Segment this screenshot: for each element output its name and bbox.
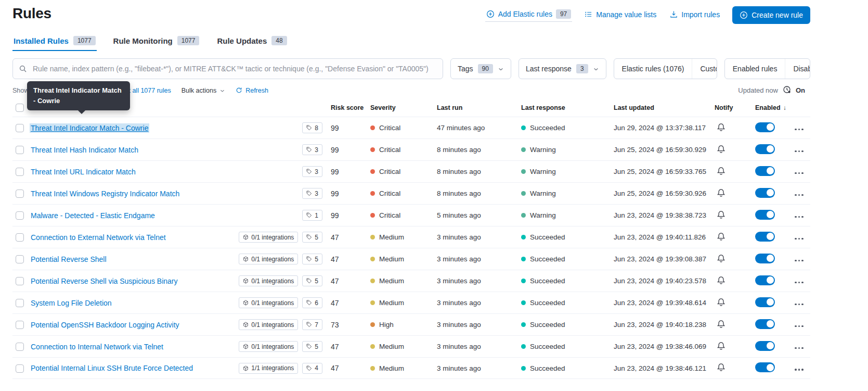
rule-name-link[interactable]: Potential OpenSSH Backdoor Logging Activ… [30, 320, 180, 330]
notify-bell-icon[interactable] [717, 298, 726, 308]
tags-filter-button[interactable]: Tags 90 [450, 58, 511, 79]
notify-bell-icon[interactable] [717, 188, 726, 199]
tags-badge[interactable]: 3 [302, 188, 322, 199]
refresh-button[interactable]: Refresh [236, 87, 268, 94]
tags-badge[interactable]: 3 [302, 166, 322, 177]
tags-badge[interactable]: 8 [302, 122, 322, 133]
enabled-toggle[interactable] [755, 341, 775, 351]
row-checkbox[interactable] [16, 255, 24, 263]
rule-name-link[interactable]: Threat Intel URL Indicator Match [30, 167, 137, 176]
column-header-last-run[interactable]: Last run [437, 104, 521, 111]
row-actions-button[interactable] [793, 280, 806, 286]
notify-bell-icon[interactable] [717, 145, 726, 155]
rule-name-link[interactable]: Malware - Detected - Elastic Endgame [30, 211, 156, 220]
tags-badge[interactable]: 4 [302, 363, 322, 374]
rule-search-input[interactable] [32, 64, 437, 73]
row-actions-button[interactable] [793, 367, 806, 373]
column-header-last-updated[interactable]: Last updated [614, 104, 714, 111]
enabled-toggle[interactable] [755, 188, 775, 198]
row-checkbox[interactable] [16, 146, 24, 154]
integrations-badge[interactable]: 0/1 integrations [239, 297, 298, 308]
tags-badge[interactable]: 6 [302, 297, 322, 308]
row-checkbox[interactable] [16, 168, 24, 176]
integrations-badge[interactable]: 0/1 integrations [239, 254, 298, 264]
enabled-toggle[interactable] [755, 275, 775, 285]
row-actions-button[interactable] [793, 127, 806, 133]
tab-installed-rules[interactable]: Installed Rules 1077 [12, 32, 97, 51]
row-checkbox[interactable] [16, 190, 24, 198]
row-actions-button[interactable] [793, 345, 806, 351]
integrations-badge[interactable]: 0/1 integrations [239, 275, 298, 286]
enabled-toggle[interactable] [755, 166, 775, 176]
rule-name-link[interactable]: Potential Reverse Shell via Suspicious B… [30, 276, 178, 286]
column-header-risk-score[interactable]: Risk score [331, 104, 370, 111]
row-checkbox[interactable] [16, 343, 24, 351]
notify-bell-icon[interactable] [717, 320, 726, 330]
auto-refresh-button[interactable] [783, 85, 791, 95]
notify-bell-icon[interactable] [717, 276, 726, 286]
enabled-toggle[interactable] [755, 319, 775, 329]
rule-name-link[interactable]: Connection to Internal Network via Telne… [30, 342, 164, 351]
notify-bell-icon[interactable] [717, 210, 726, 221]
row-checkbox[interactable] [16, 211, 24, 220]
row-checkbox[interactable] [16, 364, 24, 373]
column-header-severity[interactable]: Severity [370, 104, 437, 111]
tags-badge[interactable]: 5 [302, 254, 322, 264]
rule-name-link[interactable]: Threat Intel Indicator Match - Cowrie [30, 123, 149, 133]
enabled-toggle[interactable] [755, 254, 775, 263]
notify-bell-icon[interactable] [717, 232, 726, 243]
enabled-toggle[interactable] [755, 122, 775, 132]
row-actions-button[interactable] [793, 323, 806, 330]
elastic-rules-filter-button[interactable]: Elastic rules (1076) [614, 59, 692, 79]
integrations-badge[interactable]: 0/1 integrations [239, 341, 298, 352]
select-all-checkbox[interactable] [16, 104, 24, 112]
tags-badge[interactable]: 5 [302, 232, 322, 243]
integrations-badge[interactable]: 0/1 integrations [239, 232, 298, 243]
add-elastic-rules-button[interactable]: Add Elastic rules 97 [485, 8, 573, 22]
manage-value-lists-button[interactable]: Manage value lists [584, 9, 657, 21]
rule-name-link[interactable]: Threat Intel Hash Indicator Match [30, 145, 139, 155]
bulk-actions-button[interactable]: Bulk actions [182, 87, 225, 94]
row-actions-button[interactable] [793, 148, 806, 155]
row-actions-button[interactable] [793, 258, 806, 264]
tab-rule-monitoring[interactable]: Rule Monitoring 1077 [112, 32, 201, 51]
tags-badge[interactable]: 5 [302, 341, 322, 352]
tags-badge[interactable]: 1 [302, 210, 322, 221]
row-actions-button[interactable] [793, 214, 806, 220]
column-header-enabled[interactable]: Enabled ↓ [751, 104, 793, 111]
rule-name-link[interactable]: Potential Internal Linux SSH Brute Force… [30, 363, 194, 373]
row-checkbox[interactable] [16, 277, 24, 285]
column-header-last-response[interactable]: Last response [521, 104, 614, 111]
row-checkbox[interactable] [16, 299, 24, 307]
notify-bell-icon[interactable] [717, 342, 726, 352]
row-checkbox[interactable] [16, 233, 24, 242]
enabled-toggle[interactable] [755, 210, 775, 220]
notify-bell-icon[interactable] [717, 363, 726, 373]
enabled-rules-filter-button[interactable]: Enabled rules [725, 59, 785, 79]
column-header-notify[interactable]: Notify [714, 104, 751, 111]
row-actions-button[interactable] [793, 192, 806, 198]
row-actions-button[interactable] [793, 301, 806, 308]
integrations-badge[interactable]: 0/1 integrations [239, 319, 298, 330]
notify-bell-icon[interactable] [717, 167, 726, 177]
import-rules-button[interactable]: Import rules [669, 9, 721, 21]
rule-name-link[interactable]: System Log File Deletion [30, 298, 113, 308]
disabled-rules-filter-button[interactable]: Disabled rules [785, 59, 810, 79]
notify-bell-icon[interactable] [717, 123, 726, 133]
enabled-toggle[interactable] [755, 232, 775, 242]
create-new-rule-button[interactable]: Create new rule [732, 6, 810, 24]
row-checkbox[interactable] [16, 321, 24, 329]
tags-badge[interactable]: 7 [302, 319, 322, 330]
row-actions-button[interactable] [793, 236, 806, 242]
tags-badge[interactable]: 3 [302, 144, 322, 155]
enabled-toggle[interactable] [755, 144, 775, 154]
row-actions-button[interactable] [793, 170, 806, 176]
rule-name-link[interactable]: Threat Intel Windows Registry Indicator … [30, 189, 180, 198]
integrations-badge[interactable]: 1/1 integrations [239, 363, 298, 374]
row-checkbox[interactable] [16, 124, 24, 132]
notify-bell-icon[interactable] [717, 254, 726, 264]
tab-rule-updates[interactable]: Rule Updates 48 [216, 32, 288, 51]
enabled-toggle[interactable] [755, 362, 775, 372]
tags-badge[interactable]: 5 [302, 275, 322, 286]
rule-name-link[interactable]: Connection to External Network via Telne… [30, 233, 167, 242]
